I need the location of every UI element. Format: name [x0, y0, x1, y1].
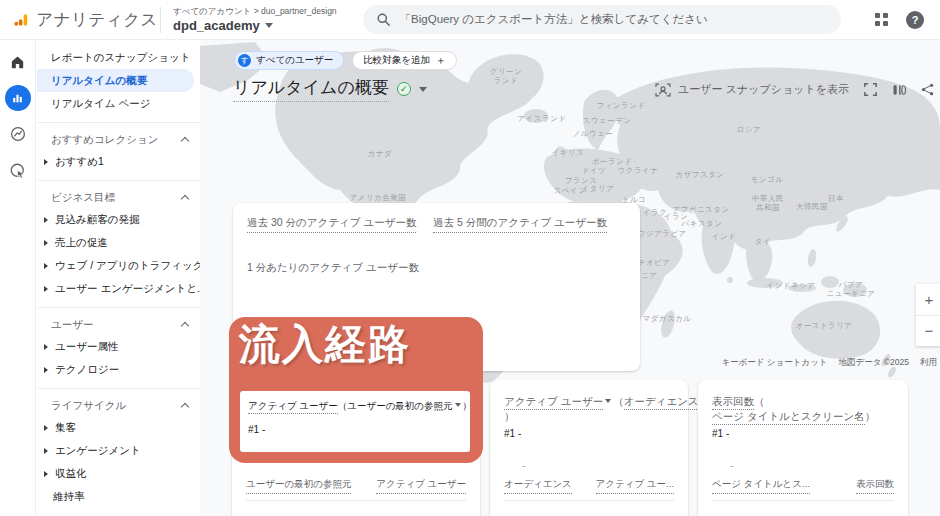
advertising-icon[interactable] — [4, 157, 32, 185]
section-label: おすすめコレクション — [51, 133, 158, 147]
sidebar-item-engagement[interactable]: エンゲージメント — [37, 439, 200, 462]
sidebar-item-label: 見込み顧客の発掘 — [55, 213, 140, 227]
sidebar-section-business-goals[interactable]: ビジネス目標 — [37, 180, 200, 208]
paren: ） — [504, 410, 515, 422]
expand-arrow-icon — [44, 286, 48, 292]
check-icon: ✓ — [397, 82, 411, 96]
topbar: アナリティクス すべてのアカウント > duo_partner_design d… — [0, 0, 940, 40]
rank-value: #1 - — [504, 428, 521, 439]
card-dimension-label: ページ タイトルとスクリーン名 — [712, 410, 865, 425]
zoom-in-button[interactable]: + — [916, 284, 940, 316]
annotation-label: 流入経路 — [229, 317, 483, 368]
compare-icon[interactable] — [892, 83, 906, 97]
sidebar-item-retention[interactable]: 維持率 — [37, 485, 200, 508]
paren: （ユーザーの最初の参照元 — [338, 400, 453, 411]
sidebar-item-realtime-pages[interactable]: リアルタイム ページ — [37, 92, 200, 115]
sidebar-item-drive-sales[interactable]: 売上の促進 — [37, 231, 200, 254]
brand: アナリティクス — [0, 9, 158, 31]
explore-icon[interactable] — [4, 120, 32, 148]
sidebar-item-lead-gen[interactable]: 見込み顧客の発掘 — [37, 208, 200, 231]
chevron-up-icon — [181, 322, 189, 330]
expand-arrow-icon — [44, 448, 48, 454]
sidebar-item-label: 維持率 — [53, 490, 85, 504]
chevron-down-icon — [605, 399, 611, 403]
topbar-actions: ? — [875, 11, 940, 29]
sidebar-item-realtime-overview[interactable]: リアルタイムの概要 — [37, 69, 194, 92]
column-header: オーディエンス — [504, 478, 572, 494]
annotation-overlay: 流入経路 アクティブ ユーザー（ユーザーの最初の参照元） #1 - — [229, 317, 483, 463]
reports-icon[interactable] — [5, 85, 31, 111]
expand-arrow-icon — [44, 240, 48, 246]
reports-sidebar: レポートのスナップショット リアルタイムの概要 リアルタイム ページ おすすめコ… — [37, 40, 200, 516]
sidebar-item-tech[interactable]: テクノロジー — [37, 358, 200, 381]
metric-active-users-per-min: 1 分あたりのアクティブ ユーザー数 — [247, 261, 419, 275]
sidebar-item-acquisition[interactable]: 集客 — [37, 416, 200, 439]
sidebar-item-monetization[interactable]: 収益化 — [37, 462, 200, 485]
sidebar-item-web-app-traffic[interactable]: ウェブ / アプリのトラフィック... — [37, 254, 200, 277]
user-snapshot-label: ユーザー スナップショットを表示 — [678, 82, 849, 97]
expand-arrow-icon — [44, 425, 48, 431]
sidebar-item-label: テクノロジー — [55, 363, 119, 377]
analytics-app: アナリティクス すべてのアカウント > duo_partner_design d… — [0, 0, 940, 516]
card-column-headers: ユーザーの最初の参照元 アクティブ ユーザー — [246, 478, 466, 501]
plus-icon: ＋ — [435, 53, 446, 68]
card-metric-label: アクティブ ユーザー — [504, 395, 603, 410]
sidebar-item-label: ユーザー エンゲージメントと... — [55, 282, 200, 296]
chevron-up-icon — [181, 137, 189, 145]
help-icon[interactable]: ? — [906, 11, 924, 29]
map-zoom-control: + − — [916, 284, 940, 346]
all-users-chip[interactable]: す すべてのユーザー — [234, 51, 344, 70]
sidebar-item-label: ウェブ / アプリのトラフィック... — [55, 259, 200, 273]
all-users-label: すべてのユーザー — [256, 54, 333, 67]
sidebar-section-collections[interactable]: おすすめコレクション — [37, 122, 200, 150]
empty-placeholder: - — [522, 460, 525, 471]
terms-link[interactable]: 利用 — [920, 357, 937, 369]
sidebar-item-label: 集客 — [55, 421, 76, 435]
column-header: ページ タイトルとス... — [712, 478, 810, 494]
section-label: ビジネス目標 — [51, 191, 115, 205]
keyboard-shortcuts-link[interactable]: キーボード ショートカット — [721, 357, 827, 369]
main-content: グリーン ランドアイスランドフィンランドスウェーデンノルウェーイギリスポーランド… — [200, 40, 940, 516]
expand-arrow-icon — [44, 159, 48, 165]
page-title: リアルタイムの概要 — [233, 76, 389, 102]
paren: ） — [865, 410, 876, 422]
home-icon[interactable] — [4, 48, 32, 76]
sidebar-item-snapshot[interactable]: レポートのスナップショット — [37, 46, 200, 69]
user-snapshot-icon — [655, 83, 671, 97]
search-icon — [377, 13, 390, 26]
map-data-credit: 地図データ ©2025 — [839, 357, 909, 369]
paren: （ — [613, 395, 624, 407]
audience-card: アクティブ ユーザー（オーディエンス ） #1 - - オーディエンス アクティ… — [490, 380, 688, 516]
column-header: アクティブ ユーザー — [376, 478, 466, 494]
empty-placeholder: - — [730, 460, 733, 471]
apps-grid-icon[interactable] — [875, 13, 888, 26]
share-icon[interactable] — [921, 83, 934, 96]
add-comparison-chip[interactable]: 比較対象を追加 ＋ — [352, 51, 457, 70]
card-title[interactable]: 表示回数（ ページ タイトルとスクリーン名） — [712, 394, 875, 424]
brand-title: アナリティクス — [36, 9, 158, 31]
section-label: ライフサイクル — [51, 399, 126, 413]
sidebar-section-lifecycle[interactable]: ライフサイクル — [37, 388, 200, 416]
card-title[interactable]: アクティブ ユーザー（オーディエンス ） — [504, 394, 699, 424]
card-dimension-label: オーディエンス — [624, 395, 699, 410]
sidebar-item-label: おすすめ1 — [55, 155, 104, 169]
zoom-out-button[interactable]: − — [916, 316, 940, 347]
sidebar-section-user[interactable]: ユーザー — [37, 307, 200, 335]
sidebar-item-user-attributes[interactable]: ユーザー属性 — [37, 335, 200, 358]
sidebar-item-label: レポートのスナップショット — [51, 51, 190, 65]
chevron-down-icon — [455, 403, 461, 407]
paren: ） — [463, 400, 473, 411]
chevron-down-icon[interactable] — [419, 87, 427, 92]
account-switcher[interactable]: すべてのアカウント > duo_partner_design dpd_acade… — [173, 6, 337, 33]
expand-arrow-icon — [44, 471, 48, 477]
sidebar-item-recommended1[interactable]: おすすめ1 — [37, 150, 200, 173]
map-toolbar: ユーザー スナップショットを表示 — [655, 82, 934, 97]
search-bar[interactable]: 「BigQuery のエクスポート方法」と検索してみてください — [363, 5, 841, 34]
paren: （ — [754, 395, 765, 407]
add-comparison-label: 比較対象を追加 — [363, 54, 430, 67]
sidebar-item-label: エンゲージメント — [55, 444, 141, 458]
sidebar-item-user-engagement[interactable]: ユーザー エンゲージメントと... — [37, 277, 200, 300]
fullscreen-icon[interactable] — [864, 83, 877, 96]
user-snapshot-button[interactable]: ユーザー スナップショットを表示 — [655, 82, 849, 97]
account-breadcrumb: すべてのアカウント > duo_partner_design — [173, 6, 337, 18]
